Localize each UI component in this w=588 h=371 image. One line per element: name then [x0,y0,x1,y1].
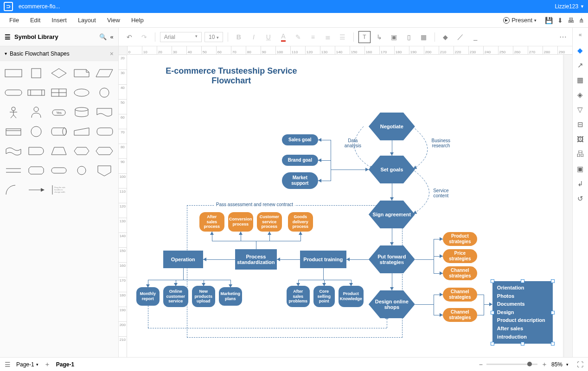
bold-button[interactable]: B [233,31,245,43]
node-sales-goal[interactable]: Sales goal [282,134,318,145]
node-product-training[interactable]: Product training [300,251,346,268]
shape-preparation[interactable] [95,143,115,159]
align-v-button[interactable]: ≣ [322,31,334,43]
node-monthly-report[interactable]: Monthly report [136,287,160,306]
shape-circle2[interactable] [26,123,46,140]
zoom-out-button[interactable]: − [479,361,483,368]
node-market-support[interactable]: Market support [282,172,318,189]
data-icon[interactable]: ⊟ [577,120,583,129]
shape-cylinder-side[interactable] [49,123,69,140]
shape-trapezoid[interactable] [49,143,69,159]
shape-arrow[interactable] [26,182,46,198]
node-price-strategies[interactable]: Price strategies [443,249,477,263]
node-product-strategies[interactable]: Product strategies [443,232,477,246]
user-menu[interactable]: Lizzie123 ▼ [555,3,584,10]
more-options[interactable]: ⋯ [559,32,568,41]
fullscreen-icon[interactable]: ⛶ [577,361,583,368]
shape-manual-input[interactable] [72,123,92,140]
present-button[interactable]: ▶ Present ▾ [499,15,540,25]
shape-octagon-card[interactable] [26,162,46,179]
canvas[interactable]: E-commerce Trusteeship Service Flowchart… [127,55,563,357]
node-list-box[interactable]: Orientation Photos Documents Design Prod… [492,281,553,344]
label-data-analysis[interactable]: Data analysis [339,138,367,148]
node-goods-delivery-process[interactable]: Goods delivery process [288,212,313,232]
shape-table[interactable] [49,84,69,101]
save-icon[interactable]: 💾 [545,17,553,24]
shape-rounded[interactable] [4,84,24,101]
node-negotiate[interactable]: Negotiate [369,113,415,140]
zoom-in-button[interactable]: ＋ [541,360,548,369]
menu-help[interactable]: Help [126,15,149,25]
font-select[interactable]: Arial ▾ [160,32,202,42]
redo-button[interactable]: ↷ [138,31,150,43]
chart-title[interactable]: E-commerce Trusteeship Service Flowchart [157,66,306,86]
font-size-select[interactable]: 10 ▾ [205,32,223,42]
shape-display[interactable] [95,123,115,140]
label-pass-assessment[interactable]: Pass assessment and renew contract [214,202,295,207]
zoom-level[interactable]: 85% [551,361,562,368]
node-after-sales-process[interactable]: After sales process [199,212,224,232]
node-channel-strategies2[interactable]: Channel strategies [443,288,477,302]
print-icon[interactable]: 🖶 [568,17,574,24]
text-tool[interactable]: T [358,31,371,43]
shape-diamond[interactable] [49,65,69,82]
shape-document[interactable] [95,104,115,120]
collapse-right-icon[interactable]: « [579,31,582,38]
menu-layout[interactable]: Layout [72,15,102,25]
shape-square[interactable] [26,65,46,82]
shape-text-note[interactable]: Drag the sidehandles tochange width [49,182,69,198]
zoom-slider[interactable] [486,364,537,365]
history-icon[interactable]: ↺ [577,195,583,203]
node-marketing-plans[interactable]: Marketing plans [219,287,242,306]
shape-parallelogram[interactable] [95,65,115,82]
layers-icon[interactable]: ◈ [577,91,583,99]
label-service-content[interactable]: Service content [427,188,455,198]
underline-button[interactable]: U [262,31,275,43]
shape-line[interactable] [4,162,24,179]
export-icon[interactable]: ↗ [577,61,583,69]
search-icon[interactable]: 🔍 [99,33,107,40]
shape-arc[interactable] [4,182,24,198]
shape-terminator[interactable] [49,162,69,179]
node-channel-strategies[interactable]: Channel strategies [443,266,477,280]
share-icon[interactable]: ⋔ [579,17,584,24]
shape-tape[interactable] [4,143,24,159]
page-tab-active[interactable]: Page-1 [51,359,80,370]
node-conversion-process[interactable]: Conversion process [228,212,253,232]
menu-edit[interactable]: Edit [25,15,46,25]
shape-yes-pill[interactable]: Yes [49,104,69,120]
shape-note[interactable] [72,65,92,82]
outline-icon[interactable]: ☰ [5,361,11,368]
line-style-button[interactable]: ⎯ [469,31,481,43]
node-set-goals[interactable]: Set goals [369,156,415,183]
shape-offpage[interactable] [95,162,115,179]
shape-subprocess[interactable] [26,84,46,101]
shape-card[interactable] [4,123,24,140]
shape-person[interactable] [26,104,46,120]
shape-rectangle[interactable] [4,65,24,82]
page-tab-1[interactable]: Page-1 ▾ [11,359,44,370]
fill-color-button[interactable]: ◆ [440,31,452,43]
image-tool[interactable]: ▣ [388,31,400,43]
align-h-button[interactable]: ≡ [307,31,319,43]
node-after-sales-problems[interactable]: After sales problems [287,286,310,307]
node-online-customer-service[interactable]: Online customer service [163,286,188,307]
node-product-knowledge[interactable]: Product Knowledge [339,286,364,307]
presentation-icon[interactable]: ▽ [577,106,583,114]
list-button[interactable]: ☰ [337,31,349,43]
menu-file[interactable]: File [4,15,25,25]
shape-group-header[interactable]: ▾ Basic Flowchart Shapes × [0,46,118,61]
import-icon[interactable]: ↲ [577,180,583,188]
node-customer-service-process[interactable]: Customer service process [257,212,282,232]
container-tool[interactable]: ▯ [403,31,415,43]
highlight-button[interactable]: ✎ [292,31,304,43]
label-business-research[interactable]: Business research [427,138,455,148]
connector-tool[interactable]: ↳ [373,31,385,43]
node-process-std[interactable]: Process standardization [235,249,277,270]
grid-icon[interactable]: ▦ [577,76,583,84]
shape-circle[interactable] [95,84,115,101]
theme-icon[interactable]: ◆ [577,46,583,55]
add-page-icon[interactable]: ＋ [44,360,51,369]
collapse-sidebar-icon[interactable]: « [110,33,114,40]
shape-delay[interactable] [26,143,46,159]
